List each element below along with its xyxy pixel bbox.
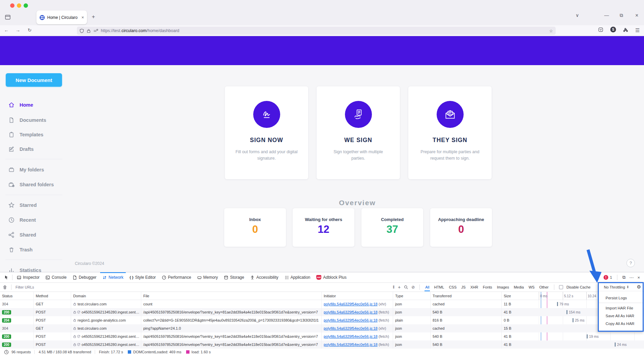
- initiator-link[interactable]: polyfills.54a6329f54ec0e56.js:18: [324, 310, 378, 314]
- disable-cache-label[interactable]: Disable Cache: [566, 285, 591, 289]
- filter-html[interactable]: HTML: [433, 285, 445, 290]
- filter-urls-input[interactable]: [16, 285, 66, 289]
- filter-other[interactable]: Other: [538, 285, 549, 290]
- tab-storage[interactable]: Storage: [221, 272, 247, 282]
- tab-accessibility[interactable]: Accessibility: [247, 272, 281, 282]
- responsive-design-icon[interactable]: ⧉: [622, 275, 625, 280]
- extension-s-badge-icon[interactable]: S: [610, 27, 616, 32]
- request-row[interactable]: 200 POST o4505159621345280.ingest.sent… …: [0, 308, 644, 316]
- help-button[interactable]: ?: [626, 259, 635, 267]
- filter-fonts[interactable]: Fonts: [482, 285, 493, 290]
- sidebar-item-statistics[interactable]: Statistics: [0, 264, 68, 272]
- list-tabs-chevron-icon[interactable]: ∨: [576, 12, 579, 18]
- lock-icon[interactable]: [87, 29, 91, 33]
- we-sign-card[interactable]: WE SIGN Sign together with multiple part…: [317, 86, 400, 179]
- error-badge-icon[interactable]: !: [604, 275, 608, 280]
- filter-js[interactable]: JS: [461, 285, 466, 290]
- request-row[interactable]: 204 POST region1.google-analytics.com co…: [0, 316, 644, 324]
- stat-card-inbox[interactable]: Inbox 0: [224, 208, 286, 247]
- back-button[interactable]: ←: [4, 27, 9, 33]
- extensions-puzzle-icon[interactable]: [623, 27, 628, 32]
- tab-application[interactable]: Application: [282, 272, 314, 282]
- tracking-shield-icon[interactable]: [80, 29, 84, 33]
- initiator-link[interactable]: polyfills.54a6329f54ec0e56.js:18: [324, 318, 378, 322]
- column-status[interactable]: Status: [0, 292, 33, 300]
- column-type[interactable]: Type: [393, 292, 430, 300]
- bookmark-star-icon[interactable]: ☆: [549, 28, 553, 33]
- tab-console[interactable]: Console: [42, 272, 69, 282]
- stat-card-deadline[interactable]: Approaching deadline 0: [430, 208, 492, 247]
- tab-network[interactable]: Network: [99, 272, 126, 282]
- sidebar-item-my-folders[interactable]: My folders: [0, 164, 68, 176]
- filter-xhr[interactable]: XHR: [470, 285, 479, 290]
- reload-button[interactable]: ↻: [28, 27, 32, 33]
- column-transferred[interactable]: Transferred: [430, 292, 501, 300]
- tab-adblock-plus[interactable]: ABP Adblock Plus: [313, 272, 349, 282]
- window-minimize-light[interactable]: [17, 3, 21, 8]
- filter-all[interactable]: All: [425, 285, 430, 290]
- clear-requests-icon[interactable]: [3, 285, 7, 290]
- url-bar[interactable]: https://test.circularo.com/home/dashboar…: [77, 27, 556, 35]
- column-method[interactable]: Method: [33, 292, 71, 300]
- throttling-dropdown[interactable]: No Throttling ⇕ ⚙: [599, 283, 643, 291]
- initiator-link[interactable]: polyfills.54a6329f54ec0e56.js:18: [324, 302, 378, 306]
- filter-media[interactable]: Media: [513, 285, 525, 290]
- column-size[interactable]: Size: [501, 292, 537, 300]
- tab-debugger[interactable]: Debugger: [69, 272, 99, 282]
- permissions-icon[interactable]: [93, 29, 98, 33]
- menu-item-import-har[interactable]: Import HAR File: [599, 304, 643, 312]
- firefox-view-icon[interactable]: [5, 14, 11, 20]
- window-close-button[interactable]: ×: [635, 12, 638, 19]
- disable-cache-checkbox[interactable]: [559, 285, 563, 289]
- initiator-link[interactable]: polyfills.54a6329f54ec0e56.js:18: [324, 326, 378, 330]
- new-document-button[interactable]: New Document: [6, 73, 62, 87]
- pick-element-icon[interactable]: [2, 275, 11, 280]
- search-requests-plus-icon[interactable]: +: [398, 284, 401, 290]
- sidebar-item-templates[interactable]: Templates: [0, 129, 68, 141]
- sidebar-item-drafts[interactable]: Drafts: [0, 143, 68, 155]
- tab-style-editor[interactable]: { } Style Editor: [126, 272, 159, 282]
- browser-tab[interactable]: Home | Circularo ×: [36, 10, 87, 24]
- menu-item-save-har[interactable]: Save All As HAR: [599, 312, 643, 320]
- new-tab-button[interactable]: +: [92, 13, 95, 20]
- app-menu-icon[interactable]: ☰: [635, 27, 640, 33]
- sidebar-item-documents[interactable]: Documents: [0, 114, 68, 126]
- request-row[interactable]: 304 GET test.circularo.com count polyfil…: [0, 300, 644, 308]
- request-row[interactable]: 200 POST o4505159621345280.ingest.sent… …: [0, 332, 644, 340]
- filter-css[interactable]: CSS: [448, 285, 457, 290]
- filter-images[interactable]: Images: [496, 285, 510, 290]
- har-gear-icon[interactable]: ⚙: [637, 284, 641, 290]
- window-minimize-button[interactable]: —: [604, 12, 609, 18]
- filter-ws[interactable]: WS: [528, 285, 535, 290]
- column-domain[interactable]: Domain: [71, 292, 141, 300]
- window-restore-button[interactable]: ⧉: [620, 12, 623, 18]
- menu-item-persist-logs[interactable]: Persist Logs: [599, 294, 643, 302]
- column-file[interactable]: File: [141, 292, 321, 300]
- tab-memory[interactable]: Memory: [194, 272, 221, 282]
- window-close-light[interactable]: [10, 3, 14, 8]
- tab-inspector[interactable]: Inspector: [14, 272, 42, 282]
- stat-card-completed[interactable]: Completed 37: [361, 208, 423, 247]
- search-requests-icon[interactable]: [404, 285, 408, 289]
- sign-now-card[interactable]: SIGN NOW Fill out forms and add your dig…: [225, 86, 308, 179]
- tab-performance[interactable]: Performance: [159, 272, 194, 282]
- initiator-link[interactable]: polyfills.54a6329f54ec0e56.js:18: [324, 334, 378, 338]
- sidebar-item-shared-folders[interactable]: Shared folders: [0, 179, 68, 191]
- devtools-menu-icon[interactable]: ⋯: [629, 275, 634, 280]
- sidebar-item-shared[interactable]: Shared: [0, 229, 68, 241]
- sidebar-item-trash[interactable]: Trash: [0, 244, 68, 256]
- pocket-icon[interactable]: [598, 27, 603, 32]
- request-row[interactable]: 304 GET test.circularo.com ping?appName=…: [0, 324, 644, 332]
- they-sign-card[interactable]: THEY SIGN Prepare for multiple parties a…: [408, 86, 492, 179]
- column-initiator[interactable]: Initiator: [321, 292, 393, 300]
- menu-item-copy-har[interactable]: Copy All As HAR: [599, 320, 643, 327]
- forward-button[interactable]: →: [16, 27, 20, 33]
- sidebar-item-recent[interactable]: Recent: [0, 214, 68, 226]
- stat-card-waiting[interactable]: Waiting for others 12: [293, 208, 354, 247]
- sidebar-item-home[interactable]: Home: [0, 99, 68, 111]
- tab-close-icon[interactable]: ×: [81, 15, 84, 20]
- initiator-link[interactable]: polyfills.54a6329f54ec0e56.js:18: [324, 343, 378, 347]
- performance-analysis-icon[interactable]: [4, 350, 9, 354]
- devtools-close-icon[interactable]: ×: [637, 275, 640, 280]
- block-requests-icon[interactable]: ⊘: [411, 285, 415, 290]
